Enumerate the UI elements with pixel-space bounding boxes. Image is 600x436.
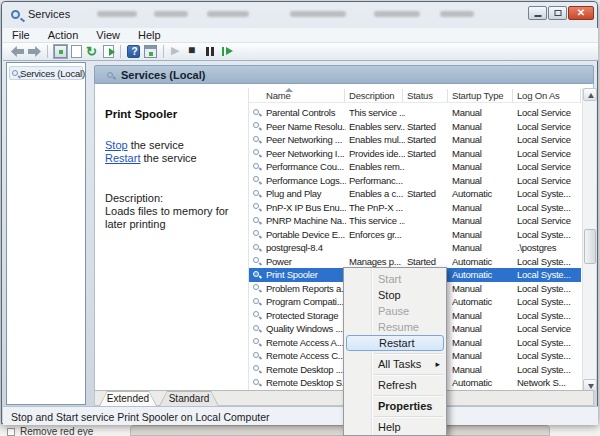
table-row[interactable]: Peer Networking ...Enables mul...Started…	[249, 133, 581, 147]
cell-logon: Local Syste...	[517, 256, 579, 267]
table-row[interactable]: Parental ControlsThis service ...ManualL…	[249, 106, 581, 120]
column-separator[interactable]	[512, 89, 513, 102]
column-separator[interactable]	[447, 89, 448, 102]
cell-name: Parental Controls	[266, 107, 346, 118]
cell-name: Remote Access C...	[266, 350, 346, 361]
pause-icon[interactable]	[204, 45, 217, 58]
table-row[interactable]: Peer Networking I...Provides ide...Start…	[249, 147, 581, 161]
properties-window-icon[interactable]	[144, 45, 157, 58]
menu-view[interactable]: View	[87, 29, 129, 41]
table-row[interactable]: PnP-X IP Bus Enu...The PnP-X ...ManualLo…	[249, 201, 581, 215]
table-row[interactable]: Performance Cou...Enables rem...ManualLo…	[249, 160, 581, 174]
stop-service-link[interactable]: Stop	[105, 139, 128, 151]
cell-description: Provides ide...	[349, 148, 405, 159]
column-header-name[interactable]: Name	[266, 90, 291, 101]
cell-name: postgresql-8.4	[266, 242, 346, 253]
toolbar-separator	[47, 45, 48, 58]
context-menu-item-all-tasks[interactable]: All Tasks▸	[344, 356, 446, 372]
restart-service-link[interactable]: Restart	[105, 152, 140, 164]
cell-description: This service ...	[349, 215, 405, 226]
background-watermark	[440, 11, 474, 17]
minimize-button[interactable]	[528, 6, 547, 20]
column-separator[interactable]	[580, 89, 581, 102]
console-window-icon[interactable]	[54, 45, 67, 58]
cell-logon: Local Service	[517, 134, 579, 145]
services-node-icon	[12, 70, 18, 76]
menu-file[interactable]: File	[3, 29, 39, 41]
cell-startup: Automatic	[452, 256, 514, 267]
table-row[interactable]: Portable Device E...Enforces gr...Manual…	[249, 228, 581, 242]
context-menu-item-properties[interactable]: Properties	[344, 398, 446, 414]
column-separator[interactable]	[402, 89, 403, 102]
stop-icon[interactable]	[187, 45, 200, 58]
service-gear-icon	[253, 176, 259, 182]
tab-extended[interactable]: Extended	[99, 391, 157, 406]
context-menu-item-restart[interactable]: Restart	[346, 335, 444, 351]
table-row[interactable]: PowerManages p...StartedAutomaticLocal S…	[249, 255, 581, 269]
service-gear-icon	[253, 298, 259, 304]
pane-header-band: Services (Local)	[94, 65, 594, 84]
start-icon[interactable]	[170, 45, 183, 58]
table-row[interactable]: postgresql-8.4Manual.\postgres	[249, 241, 581, 255]
back-arrow-icon[interactable]	[11, 45, 24, 58]
titlebar[interactable]: Services ✕	[2, 2, 597, 28]
cell-startup: Manual	[452, 134, 514, 145]
cell-name: Peer Networking I...	[266, 148, 346, 159]
context-menu-item-help[interactable]: Help	[344, 419, 446, 435]
menu-separator	[374, 395, 443, 396]
toolbar-separator	[120, 45, 121, 58]
menu-action[interactable]: Action	[39, 29, 88, 41]
console-tree-panel: Services (Local)	[6, 62, 86, 405]
cell-startup: Manual	[452, 215, 514, 226]
refresh-icon[interactable]	[86, 45, 99, 58]
maximize-button[interactable]	[548, 6, 567, 20]
column-separator[interactable]	[344, 89, 345, 102]
cell-startup: Automatic	[452, 269, 514, 280]
cell-name: Protected Storage	[266, 310, 346, 321]
table-row[interactable]: Peer Name Resolu...Enables serv...Starte…	[249, 120, 581, 134]
menu-help[interactable]: Help	[129, 29, 170, 41]
cell-status: Started	[407, 256, 450, 267]
cell-description: Manages p...	[349, 256, 405, 267]
description-text: Loads files to memory for later printing	[105, 205, 245, 231]
column-header-log-on-as[interactable]: Log On As	[517, 90, 560, 101]
cell-startup: Manual	[452, 364, 514, 375]
context-menu-item-stop[interactable]: Stop	[344, 287, 446, 303]
window-title: Services	[28, 8, 70, 20]
column-header-startup-type[interactable]: Startup Type	[452, 90, 503, 101]
tab-standard[interactable]: Standard	[159, 391, 219, 406]
background-watermark	[374, 11, 420, 17]
vertical-scrollbar[interactable]	[582, 88, 596, 392]
cell-startup: Manual	[452, 323, 514, 334]
help-icon[interactable]	[127, 45, 140, 58]
context-menu-item-refresh[interactable]: Refresh	[344, 377, 446, 393]
table-row[interactable]: PNRP Machine Na...This service ...Manual…	[249, 214, 581, 228]
background-checkbox	[7, 428, 15, 436]
scroll-up-button[interactable]	[583, 88, 597, 101]
cell-startup: Manual	[452, 310, 514, 321]
document-icon[interactable]	[71, 45, 82, 58]
cell-description: The PnP-X ...	[349, 202, 405, 213]
cell-startup: Manual	[452, 283, 514, 294]
tree-item-services-local[interactable]: Services (Local)	[9, 66, 83, 80]
forward-arrow-icon[interactable]	[28, 45, 41, 58]
close-button[interactable]: ✕	[568, 6, 594, 20]
column-header-status[interactable]: Status	[407, 90, 433, 101]
restart-icon[interactable]	[221, 45, 234, 58]
column-header-description[interactable]: Description	[349, 90, 394, 101]
cell-name: Peer Networking ...	[266, 134, 346, 145]
cell-logon: Local Service	[517, 121, 579, 132]
cell-logon: Local Syste...	[517, 229, 579, 240]
cell-logon: Local Syste...	[517, 283, 579, 294]
cell-name: Portable Device E...	[266, 229, 346, 240]
cell-startup: Automatic	[452, 296, 514, 307]
cell-name: Print Spooler	[266, 269, 346, 280]
services-band-icon	[107, 72, 113, 78]
service-gear-icon	[253, 257, 259, 263]
cell-startup: Manual	[452, 148, 514, 159]
scrollbar-thumb[interactable]	[584, 229, 596, 264]
export-list-icon[interactable]	[103, 45, 114, 58]
table-row[interactable]: Performance Logs...Performanc...ManualLo…	[249, 174, 581, 188]
cell-status: Started	[407, 188, 450, 199]
table-row[interactable]: Plug and PlayEnables a c...StartedAutoma…	[249, 187, 581, 201]
